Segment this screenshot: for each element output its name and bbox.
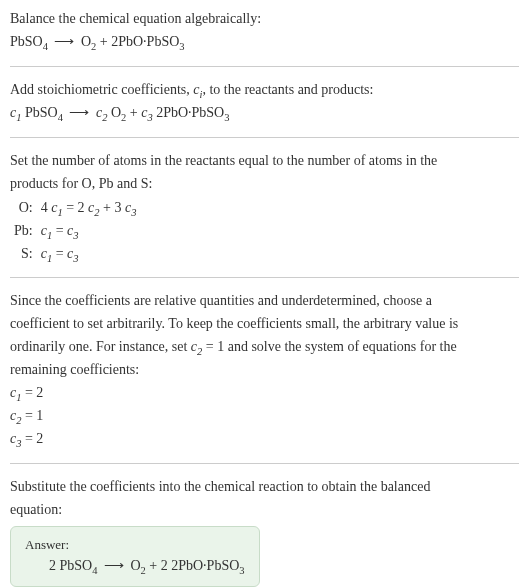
equation-pb: c1 = c3 (37, 219, 141, 242)
solution-c3: c3 = 2 (10, 428, 519, 449)
coeff-equation: c1 PbSO4 ⟶ c2 O2 + c3 2PbO·PbSO3 (10, 102, 519, 123)
product-o2: O2 (130, 558, 145, 573)
balanced-equation: 2 PbSO4 ⟶ O2 + 2 2PbO·PbSO3 (25, 557, 245, 574)
plus: + (126, 105, 141, 120)
product: 2PbO·PbSO3 (153, 105, 230, 120)
solve-p2: coefficient to set arbitrarily. To keep … (10, 313, 519, 334)
reactant: 2 PbSO4 (49, 558, 97, 573)
equation-o: 4 c1 = 2 c2 + 3 c3 (37, 196, 141, 219)
section-solve: Since the coefficients are relative quan… (10, 290, 519, 464)
reactant: PbSO4 (21, 105, 62, 120)
product-2pbo-pbso3: 2PbO·PbSO3 (111, 34, 184, 49)
atoms-instruction-2: products for O, Pb and S: (10, 173, 519, 194)
element-label-pb: Pb: (10, 219, 37, 242)
solution-c2: c2 = 1 (10, 405, 519, 426)
reactant-pbso4: PbSO4 (10, 34, 48, 49)
answer-box: Answer: 2 PbSO4 ⟶ O2 + 2 2PbO·PbSO3 (10, 526, 260, 587)
o2: O2 (107, 105, 126, 120)
element-label-o: O: (10, 196, 37, 219)
solve-p3: ordinarily one. For instance, set c2 = 1… (10, 336, 519, 357)
section-atoms: Set the number of atoms in the reactants… (10, 150, 519, 278)
section-coefficients: Add stoichiometric coefficients, ci, to … (10, 79, 519, 138)
c1: c1 (10, 105, 21, 120)
answer-p2: equation: (10, 499, 519, 520)
c3: c3 (141, 105, 152, 120)
section-answer: Substitute the coefficients into the che… (10, 476, 519, 587)
arrow-icon: ⟶ (51, 34, 77, 49)
answer-p1: Substitute the coefficients into the che… (10, 476, 519, 497)
section-problem: Balance the chemical equation algebraica… (10, 8, 519, 67)
atoms-instruction-1: Set the number of atoms in the reactants… (10, 150, 519, 171)
product-2pbo-pbso3: 2 2PbO·PbSO3 (161, 558, 245, 573)
answer-label: Answer: (25, 537, 245, 553)
plus: + (96, 34, 111, 49)
table-row: Pb: c1 = c3 (10, 219, 140, 242)
solve-p4: remaining coefficients: (10, 359, 519, 380)
table-row: O: 4 c1 = 2 c2 + 3 c3 (10, 196, 140, 219)
problem-equation: PbSO4 ⟶ O2 + 2PbO·PbSO3 (10, 31, 519, 52)
element-label-s: S: (10, 242, 37, 265)
solution-c1: c1 = 2 (10, 382, 519, 403)
equation-s: c1 = c3 (37, 242, 141, 265)
plus: + (146, 558, 161, 573)
solve-p1: Since the coefficients are relative quan… (10, 290, 519, 311)
problem-instruction: Balance the chemical equation algebraica… (10, 8, 519, 29)
product-o2: O2 (81, 34, 96, 49)
table-row: S: c1 = c3 (10, 242, 140, 265)
arrow-icon: ⟶ (66, 105, 92, 120)
coeff-instruction: Add stoichiometric coefficients, ci, to … (10, 79, 519, 100)
atom-equations-table: O: 4 c1 = 2 c2 + 3 c3 Pb: c1 = c3 S: c1 … (10, 196, 140, 265)
c2: c2 (96, 105, 107, 120)
arrow-icon: ⟶ (101, 558, 127, 573)
